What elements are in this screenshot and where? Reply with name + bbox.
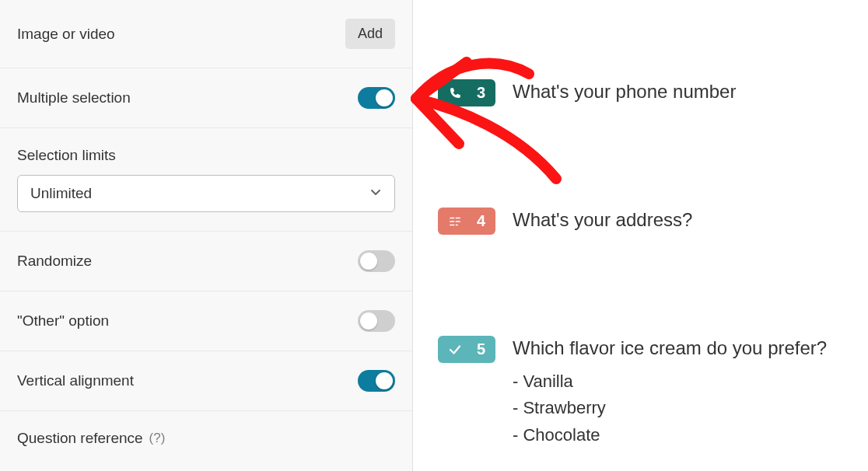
selection-limits-value: Unlimited	[30, 185, 92, 202]
settings-panel: Image or video Add Multiple selection Se…	[0, 0, 413, 471]
question-badge-5: 5	[438, 336, 495, 363]
add-media-button[interactable]: Add	[345, 19, 395, 49]
question-number: 3	[477, 84, 485, 102]
check-icon	[448, 343, 462, 357]
svg-rect-2	[450, 221, 454, 222]
other-option-toggle[interactable]	[358, 310, 395, 332]
choice-item: - Vanilla	[513, 368, 827, 395]
question-number: 5	[477, 340, 485, 358]
setting-image-or-video: Image or video Add	[0, 0, 412, 68]
question-badge-3: 3	[438, 79, 495, 106]
question-text: Which flavor ice cream do you prefer?	[513, 336, 827, 361]
svg-rect-5	[456, 224, 458, 225]
question-reference-label: Question reference	[17, 430, 143, 447]
multiple-selection-toggle[interactable]	[358, 87, 395, 109]
setting-other-option: "Other" option	[0, 291, 412, 351]
selection-limits-label: Selection limits	[17, 147, 116, 164]
question-preview-panel: 3 What's your phone number 4 What's your…	[413, 0, 868, 471]
choice-item: - Chocolate	[513, 422, 827, 448]
image-or-video-label: Image or video	[17, 26, 115, 43]
phone-icon	[448, 86, 462, 100]
chevron-down-icon	[369, 185, 382, 202]
vertical-alignment-label: Vertical alignment	[17, 372, 134, 389]
vertical-alignment-toggle[interactable]	[358, 370, 395, 392]
randomize-toggle[interactable]	[358, 250, 395, 272]
address-icon	[448, 215, 462, 229]
question-choices: - Vanilla - Strawberry - Chocolate	[513, 368, 827, 448]
svg-rect-4	[450, 224, 454, 225]
question-item-4[interactable]: 4 What's your address?	[438, 208, 843, 235]
setting-multiple-selection: Multiple selection	[0, 68, 412, 128]
svg-rect-0	[450, 217, 454, 218]
randomize-label: Randomize	[17, 253, 92, 270]
question-item-3[interactable]: 3 What's your phone number	[438, 79, 843, 106]
help-icon[interactable]: (?)	[149, 431, 166, 446]
setting-vertical-alignment: Vertical alignment	[0, 351, 412, 411]
selection-limits-select[interactable]: Unlimited	[17, 175, 395, 212]
question-badge-4: 4	[438, 208, 495, 235]
other-option-label: "Other" option	[17, 312, 109, 330]
question-text: What's your phone number	[513, 79, 736, 104]
setting-randomize: Randomize	[0, 232, 412, 291]
setting-selection-limits: Selection limits Unlimited	[0, 128, 412, 232]
multiple-selection-label: Multiple selection	[17, 89, 131, 106]
question-item-5[interactable]: 5 Which flavor ice cream do you prefer? …	[438, 336, 843, 448]
question-text: What's your address?	[513, 208, 692, 232]
question-number: 4	[477, 212, 485, 230]
svg-rect-3	[456, 221, 460, 222]
choice-item: - Strawberry	[513, 395, 827, 421]
svg-rect-1	[456, 217, 460, 218]
setting-question-reference: Question reference (?)	[0, 411, 412, 466]
